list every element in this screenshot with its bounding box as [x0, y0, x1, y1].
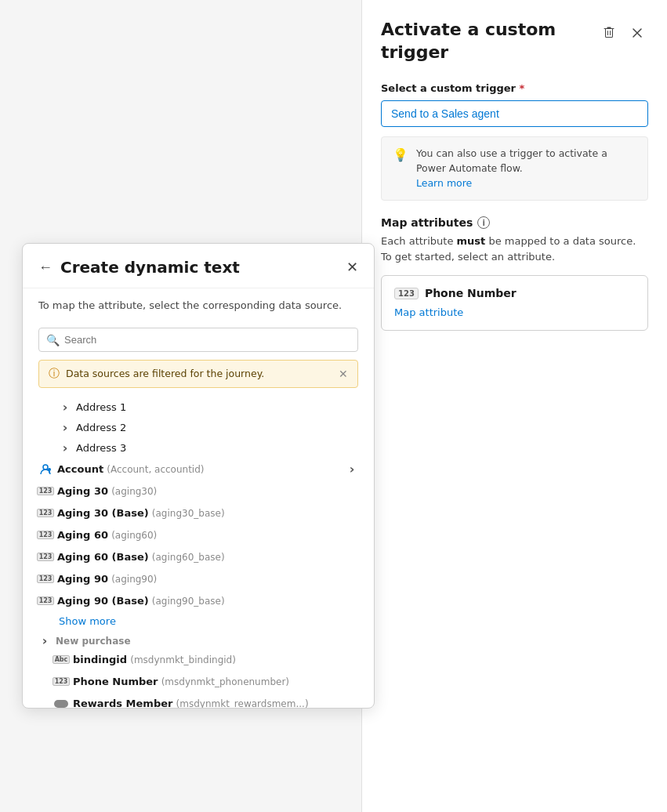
svg-point-0: [43, 465, 48, 469]
left-panel-title: Create dynamic text: [60, 258, 240, 277]
list-item[interactable]: 123 Aging 30 (aging30): [31, 480, 366, 502]
list-item[interactable]: Account (Account, accountid): [31, 459, 366, 480]
filter-banner: ⓘ Data sources are filtered for the jour…: [38, 360, 358, 388]
chevron-right-icon: [38, 635, 51, 647]
map-attributes-desc: Each attribute must be mapped to a data …: [381, 234, 648, 264]
list-item[interactable]: Rewards Member (msdynmkt_rewardsmem...): [31, 693, 366, 708]
trigger-input[interactable]: [381, 100, 648, 127]
info-icon[interactable]: i: [477, 216, 490, 229]
rewards-icon: [54, 697, 68, 708]
list-item[interactable]: 123 Aging 60 (Base) (aging60_base): [31, 546, 366, 568]
required-star: *: [520, 82, 525, 94]
num-icon: 123: [38, 550, 53, 564]
num-icon: 123: [38, 506, 53, 520]
list-item[interactable]: 123 Phone Number (msdynmkt_phonenumber): [31, 671, 366, 693]
attribute-card: 123 Phone Number Map attribute: [381, 275, 648, 331]
chevron-right-icon: [59, 401, 71, 414]
right-panel-header: Activate a custom trigger: [381, 19, 648, 63]
num-icon: 123: [38, 594, 53, 608]
filter-text: Data sources are filtered for the journe…: [66, 368, 264, 379]
list-item[interactable]: Abc bindingid (msdynmkt_bindingid): [31, 649, 366, 671]
list-item[interactable]: Address 3: [31, 438, 366, 459]
right-panel: Activate a custom trigger Select a custo…: [361, 0, 667, 812]
left-panel: ← Create dynamic text ✕ To map the attri…: [22, 243, 375, 709]
chevron-right-icon: [59, 442, 71, 455]
filter-info-icon: ⓘ: [49, 367, 60, 381]
trigger-label: Select a custom trigger *: [381, 82, 648, 94]
panel-close-button[interactable]: ✕: [346, 259, 358, 276]
chevron-right-icon: [346, 463, 358, 476]
back-button[interactable]: ←: [38, 259, 53, 276]
num-icon: 123: [38, 484, 53, 498]
svg-point-1: [48, 468, 51, 471]
learn-more-link[interactable]: Learn more: [416, 176, 636, 191]
info-text: You can also use a trigger to activate a…: [416, 147, 607, 174]
list-item[interactable]: 123 Aging 60 (aging60): [31, 524, 366, 546]
page-title: Activate a custom trigger: [381, 19, 598, 63]
list-item[interactable]: 123 Aging 90 (aging90): [31, 568, 366, 590]
num-icon: 123: [54, 675, 68, 689]
tree-list: Address 1 Address 2 Address 3: [23, 394, 374, 708]
num-icon: 123: [38, 528, 53, 542]
delete-button[interactable]: [598, 22, 620, 44]
header-icons: [598, 22, 648, 44]
abc-icon: Abc: [54, 653, 68, 667]
search-icon: 🔍: [46, 334, 60, 346]
list-item[interactable]: 123 Aging 90 (Base) (aging90_base): [31, 590, 366, 612]
left-panel-header: ← Create dynamic text ✕: [23, 244, 374, 288]
filter-close-button[interactable]: ✕: [339, 368, 348, 380]
show-more-link[interactable]: Show more: [31, 612, 366, 630]
close-button[interactable]: [626, 22, 648, 44]
chevron-right-icon: [59, 422, 71, 434]
search-container: 🔍: [23, 321, 374, 360]
section-group-new-purchase[interactable]: New purchase: [31, 630, 366, 649]
info-box: 💡 You can also use a trigger to activate…: [381, 136, 648, 201]
search-input[interactable]: [38, 328, 358, 352]
lightbulb-icon: 💡: [393, 147, 408, 190]
map-attributes-title: Map attributes i: [381, 216, 648, 229]
panel-description: To map the attribute, select the corresp…: [23, 288, 374, 321]
attribute-name: Phone Number: [425, 287, 517, 299]
list-item[interactable]: Address 2: [31, 418, 366, 438]
account-icon: [38, 462, 53, 477]
list-item[interactable]: 123 Aging 30 (Base) (aging30_base): [31, 502, 366, 524]
map-attribute-link[interactable]: Map attribute: [394, 306, 463, 318]
list-item[interactable]: Address 1: [31, 397, 366, 418]
num-badge: 123: [394, 288, 419, 299]
num-icon: 123: [38, 572, 53, 586]
